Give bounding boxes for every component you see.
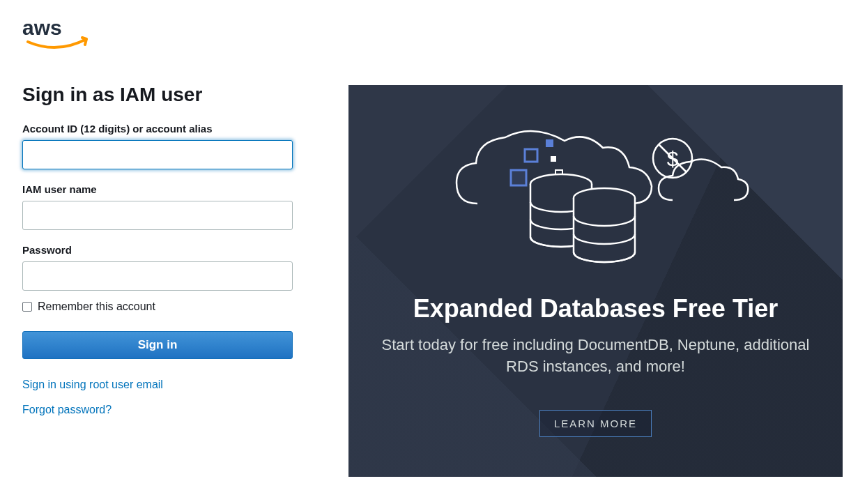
- password-label: Password: [22, 244, 315, 256]
- username-label: IAM user name: [22, 183, 315, 195]
- account-id-label: Account ID (12 digits) or account alias: [22, 123, 315, 135]
- page-title: Sign in as IAM user: [22, 84, 315, 106]
- password-input[interactable]: [22, 261, 293, 291]
- database-cloud-illustration-icon: $: [443, 106, 749, 266]
- banner-description: Start today for free including DocumentD…: [369, 335, 822, 378]
- aws-logo: aws: [22, 14, 92, 59]
- signin-button[interactable]: Sign in: [22, 331, 293, 359]
- root-user-signin-link[interactable]: Sign in using root user email: [22, 379, 315, 391]
- remember-account-checkbox[interactable]: [22, 302, 32, 312]
- promo-banner: $: [348, 85, 843, 477]
- remember-account-label[interactable]: Remember this account: [38, 300, 155, 313]
- svg-text:aws: aws: [22, 16, 62, 39]
- account-id-input[interactable]: [22, 140, 293, 169]
- svg-rect-6: [551, 156, 556, 162]
- svg-rect-7: [511, 170, 526, 185]
- username-input[interactable]: [22, 201, 293, 230]
- learn-more-button[interactable]: LEARN MORE: [539, 410, 652, 437]
- svg-rect-4: [525, 149, 537, 162]
- svg-rect-5: [546, 139, 553, 147]
- forgot-password-link[interactable]: Forgot password?: [22, 404, 315, 416]
- banner-title: Expanded Databases Free Tier: [369, 294, 822, 323]
